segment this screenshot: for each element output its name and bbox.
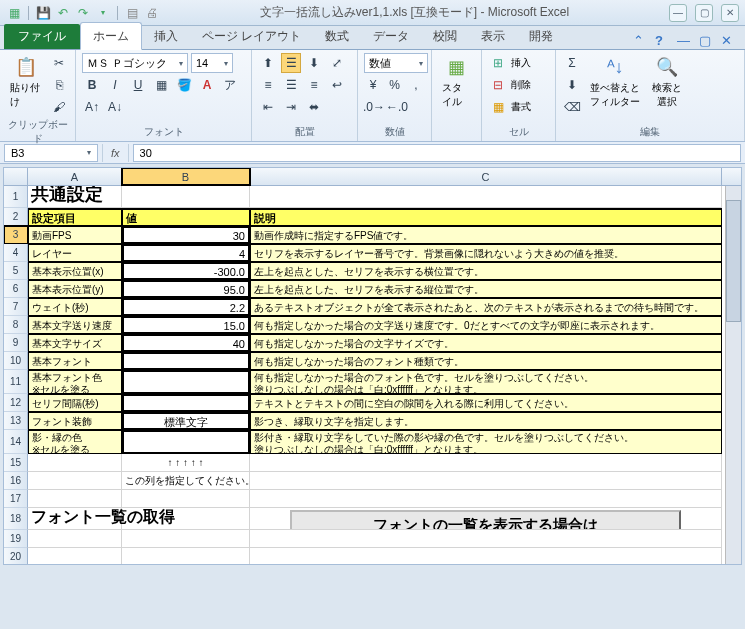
styles-button[interactable]: ▦ スタイル	[438, 53, 475, 111]
find-select-button[interactable]: 🔍 検索と 選択	[648, 53, 686, 111]
indent-inc-button[interactable]: ⇥	[281, 97, 301, 117]
quick-access-toolbar: ▦ 💾 ↶ ↷ ▾ ▤ 🖨	[6, 5, 160, 21]
close-button[interactable]: ✕	[721, 4, 739, 22]
copy-icon[interactable]: ⎘	[49, 75, 69, 95]
align-left-button[interactable]: ≡	[258, 75, 278, 95]
format-cells-button[interactable]: ▦書式	[488, 97, 531, 117]
minimize-ribbon-icon[interactable]: ⌃	[633, 33, 649, 49]
format-painter-icon[interactable]: 🖌	[49, 97, 69, 117]
dec-decimal-button[interactable]: ←.0	[387, 97, 407, 117]
underline-button[interactable]: U	[128, 75, 148, 95]
shrink-font-button[interactable]: A↓	[105, 97, 125, 117]
select-all-corner[interactable]	[4, 168, 28, 185]
align-center-button[interactable]: ☰	[281, 75, 301, 95]
number-group-label: 数値	[364, 124, 425, 139]
save-icon[interactable]: 💾	[35, 5, 51, 21]
excel-icon: ▦	[6, 5, 22, 21]
help-icon[interactable]: ?	[655, 33, 671, 49]
align-group-label: 配置	[258, 124, 351, 139]
percent-button[interactable]: %	[385, 75, 403, 95]
clear-button[interactable]: ⌫	[562, 97, 582, 117]
find-icon: 🔍	[655, 55, 679, 79]
align-top-button[interactable]: ⬆	[258, 53, 278, 73]
maximize-button[interactable]: ▢	[695, 4, 713, 22]
comma-button[interactable]: ,	[407, 75, 425, 95]
name-box[interactable]: B3▾	[4, 144, 98, 162]
align-bottom-button[interactable]: ⬇	[304, 53, 324, 73]
currency-button[interactable]: ¥	[364, 75, 382, 95]
cell-group-label: セル	[488, 124, 549, 139]
orientation-button[interactable]: ⤢	[327, 53, 347, 73]
data-tab[interactable]: データ	[361, 23, 421, 49]
paste-button[interactable]: 📋 貼り付け	[6, 53, 45, 111]
fx-icon[interactable]: fx	[102, 144, 129, 162]
border-button[interactable]: ▦	[151, 75, 171, 95]
paste-icon: 📋	[14, 55, 38, 79]
fill-button[interactable]: ⬇	[562, 75, 582, 95]
font-size-combo[interactable]: 14▾	[191, 53, 233, 73]
ribbon-tabs: ファイル ホーム 挿入 ページ レイアウト 数式 データ 校閲 表示 開発 ⌃ …	[0, 26, 745, 50]
grid-rows[interactable]: 1共通設定 2設定項目値説明 3動画FPS30動画作成時に指定するFPS値です。…	[4, 186, 741, 565]
doc-min-icon[interactable]: ―	[677, 33, 693, 49]
merge-button[interactable]: ⬌	[304, 97, 324, 117]
redo-icon[interactable]: ↷	[75, 5, 91, 21]
formula-tab[interactable]: 数式	[313, 23, 361, 49]
worksheet: A B C 1共通設定 2設定項目値説明 3動画FPS30動画作成時に指定するF…	[3, 167, 742, 565]
cell[interactable]: 共通設定	[28, 186, 122, 208]
doc-max-icon[interactable]: ▢	[699, 33, 715, 49]
style-group-label	[438, 127, 475, 139]
doc-close-icon[interactable]: ✕	[721, 33, 737, 49]
wrap-text-button[interactable]: ↩	[327, 75, 347, 95]
font-color-button[interactable]: A	[197, 75, 217, 95]
insert-cells-button[interactable]: ⊞挿入	[488, 53, 531, 73]
grow-font-button[interactable]: A↑	[82, 97, 102, 117]
review-tab[interactable]: 校閲	[421, 23, 469, 49]
clipboard-group-label: クリップボード	[6, 117, 69, 146]
font-list-button[interactable]: フォントの一覧を表示する場合は クリックしてください。	[290, 510, 681, 530]
number-format-combo[interactable]: 数値▾	[364, 53, 428, 73]
sort-icon: ᴬ↓	[603, 55, 627, 79]
print-icon[interactable]: 🖨	[144, 5, 160, 21]
phonetic-button[interactable]: ア	[220, 75, 240, 95]
font-name-combo[interactable]: ＭＳ Ｐゴシック▾	[82, 53, 188, 73]
col-header-b[interactable]: B	[122, 168, 250, 185]
cut-icon[interactable]: ✂	[49, 53, 69, 73]
col-header-c[interactable]: C	[250, 168, 722, 185]
vertical-scrollbar[interactable]	[725, 186, 741, 564]
sort-filter-button[interactable]: ᴬ↓ 並べ替えと フィルター	[586, 53, 644, 111]
bold-button[interactable]: B	[82, 75, 102, 95]
indent-dec-button[interactable]: ⇤	[258, 97, 278, 117]
col-header-a[interactable]: A	[28, 168, 122, 185]
styles-icon: ▦	[445, 55, 469, 79]
window-title: 文字一括流し込みver1,1.xls [互換モード] - Microsoft E…	[160, 4, 669, 21]
font-group-label: フォント	[82, 124, 245, 139]
align-right-button[interactable]: ≡	[304, 75, 324, 95]
formula-input[interactable]: 30	[133, 144, 741, 162]
edit-group-label: 編集	[562, 124, 738, 139]
qat-dropdown-icon[interactable]: ▾	[95, 5, 111, 21]
autosum-button[interactable]: Σ	[562, 53, 582, 73]
file-tab[interactable]: ファイル	[4, 24, 80, 49]
home-tab[interactable]: ホーム	[80, 22, 142, 50]
formula-bar: B3▾ fx 30	[0, 142, 745, 164]
align-middle-button[interactable]: ☰	[281, 53, 301, 73]
italic-button[interactable]: I	[105, 75, 125, 95]
layout-tab[interactable]: ページ レイアウト	[190, 23, 313, 49]
insert-tab[interactable]: 挿入	[142, 23, 190, 49]
row-header[interactable]: 1	[4, 186, 28, 208]
preview-icon[interactable]: ▤	[124, 5, 140, 21]
delete-cells-button[interactable]: ⊟削除	[488, 75, 531, 95]
fill-color-button[interactable]: 🪣	[174, 75, 194, 95]
undo-icon[interactable]: ↶	[55, 5, 71, 21]
inc-decimal-button[interactable]: .0→	[364, 97, 384, 117]
selected-cell[interactable]: 30	[122, 226, 250, 244]
dev-tab[interactable]: 開発	[517, 23, 565, 49]
ribbon: 📋 貼り付け ✂ ⎘ 🖌 クリップボード ＭＳ Ｐゴシック▾ 14▾ B I U…	[0, 50, 745, 142]
view-tab[interactable]: 表示	[469, 23, 517, 49]
minimize-button[interactable]: ―	[669, 4, 687, 22]
